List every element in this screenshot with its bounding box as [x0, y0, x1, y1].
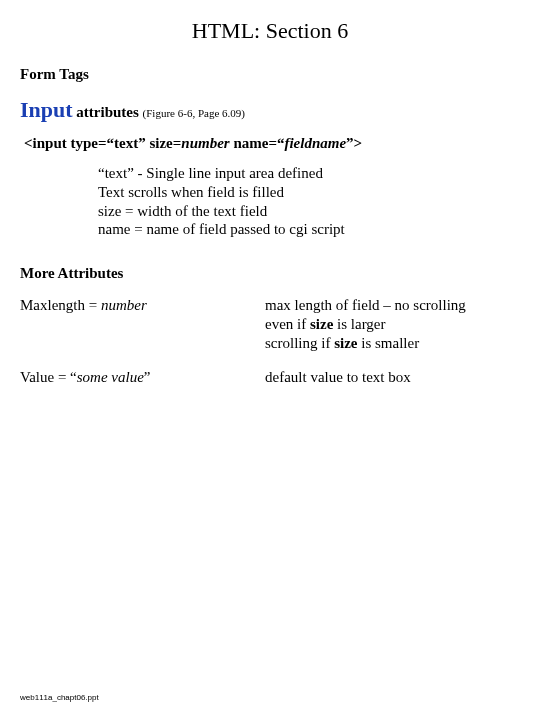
desc-line-2: Text scrolls when field is filled: [98, 183, 520, 202]
value-right: default value to text box: [265, 368, 520, 403]
size-keyword: size: [310, 316, 333, 332]
value-left: Value = “some value”: [20, 368, 265, 403]
maxlength-label: Maxlength =: [20, 297, 101, 313]
attributes-table: Maxlength = number max length of field –…: [20, 296, 520, 403]
attributes-word: attributes: [76, 104, 139, 120]
maxlength-value: number: [101, 297, 147, 313]
desc-line-4: name = name of field passed to cgi scrip…: [98, 220, 520, 239]
value-label-pre: Value = “: [20, 369, 77, 385]
page: HTML: Section 6 Form Tags Input attribut…: [0, 0, 540, 720]
heading-input-attributes: Input attributes (Figure 6-6, Page 6.09): [20, 97, 520, 123]
description-block: “text” - Single line input area defined …: [98, 164, 520, 239]
syntax-name-part: name=“: [230, 135, 285, 151]
value-label-post: ”: [144, 369, 151, 385]
text-fragment: is larger: [333, 316, 385, 332]
value-desc-1: default value to text box: [265, 368, 520, 387]
value-placeholder: some value: [77, 369, 144, 385]
size-keyword: size: [334, 335, 357, 351]
maxlength-desc-3: scrolling if size is smaller: [265, 334, 520, 353]
text-fragment: is smaller: [357, 335, 419, 351]
figure-reference: (Figure 6-6, Page 6.09): [143, 107, 245, 119]
text-fragment: even if: [265, 316, 310, 332]
syntax-number: number: [181, 135, 229, 151]
page-title: HTML: Section 6: [20, 18, 520, 44]
table-row: Maxlength = number max length of field –…: [20, 296, 520, 368]
desc-line-3: size = width of the text field: [98, 202, 520, 221]
heading-form-tags: Form Tags: [20, 66, 520, 83]
syntax-fieldname: fieldname: [284, 135, 346, 151]
heading-more-attributes: More Attributes: [20, 265, 520, 282]
footer-filename: web111a_chapt06.ppt: [20, 693, 99, 702]
table-row: Value = “some value” default value to te…: [20, 368, 520, 403]
input-keyword: Input: [20, 97, 73, 122]
maxlength-desc-2: even if size is larger: [265, 315, 520, 334]
syntax-open: <input type=“text” size=: [24, 135, 181, 151]
maxlength-left: Maxlength = number: [20, 296, 265, 368]
syntax-line: <input type=“text” size=number name=“fie…: [24, 135, 520, 152]
maxlength-right: max length of field – no scrolling even …: [265, 296, 520, 368]
text-fragment: scrolling if: [265, 335, 334, 351]
desc-line-1: “text” - Single line input area defined: [98, 164, 520, 183]
syntax-close: ”>: [346, 135, 362, 151]
maxlength-desc-1: max length of field – no scrolling: [265, 296, 520, 315]
